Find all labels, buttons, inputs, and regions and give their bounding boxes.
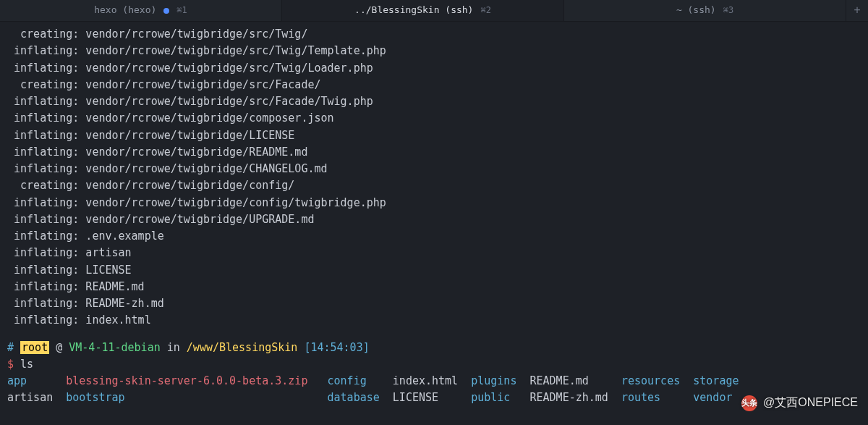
output-line: inflating: artisan: [7, 245, 861, 261]
output-line: creating: vendor/rcrowe/twigbridge/confi…: [7, 177, 861, 194]
ls-item: README.md: [529, 373, 621, 390]
output-line: inflating: .env.example: [7, 228, 861, 245]
tab-title: ../BlessingSkin (ssh): [354, 3, 473, 17]
tab-shortcut: ⌘3: [723, 4, 733, 17]
ls-item: public: [471, 390, 529, 406]
output-line: inflating: vendor/rcrowe/twigbridge/src/…: [7, 93, 861, 110]
ls-item: bootstrap: [66, 390, 327, 406]
ls-item: blessing-skin-server-6.0.0-beta.3.zip: [66, 373, 327, 390]
ls-output: app blessing-skin-server-6.0.0-beta.3.zi…: [7, 373, 861, 407]
ls-item: resources: [621, 373, 693, 390]
ls-item: storage: [693, 373, 745, 390]
prompt-host: VM-4-11-debian: [69, 341, 160, 354]
watermark-icon: 头条: [741, 395, 757, 411]
output-line: inflating: vendor/rcrowe/twigbridge/comp…: [7, 110, 861, 127]
ls-item: database: [328, 390, 393, 406]
output-line: creating: vendor/rcrowe/twigbridge/src/T…: [7, 26, 861, 43]
output-line: inflating: vendor/rcrowe/twigbridge/CHAN…: [7, 161, 861, 177]
tab-shortcut: ⌘1: [176, 4, 187, 17]
ls-item: routes: [621, 390, 693, 406]
ls-item: plugins: [471, 373, 529, 390]
output-line: inflating: vendor/rcrowe/twigbridge/src/…: [7, 60, 861, 77]
tab-2[interactable]: ../BlessingSkin (ssh) ⌘2: [282, 0, 564, 21]
plus-icon: +: [854, 2, 860, 19]
ls-item: README-zh.md: [529, 390, 621, 406]
output-line: inflating: README.md: [7, 279, 861, 295]
watermark-text: @艾西ONEPIECE: [763, 394, 858, 412]
output-line: inflating: README-zh.md: [7, 295, 861, 312]
tab-title: hexo (hexo): [94, 3, 156, 17]
output-line: inflating: index.html: [7, 312, 861, 329]
prompt-in: in: [167, 341, 180, 354]
output-line: inflating: LICENSE: [7, 262, 861, 279]
prompt-line: # root @ VM-4-11-debian in /www/Blessing…: [7, 340, 861, 356]
output-line: inflating: vendor/rcrowe/twigbridge/conf…: [7, 195, 861, 211]
command-line: $ ls: [7, 356, 861, 373]
terminal-viewport[interactable]: creating: vendor/rcrowe/twigbridge/src/T…: [0, 22, 868, 411]
tab-shortcut: ⌘2: [480, 4, 490, 17]
ls-item: index.html: [393, 373, 471, 390]
terminal-output: creating: vendor/rcrowe/twigbridge/src/T…: [7, 26, 861, 329]
ls-item: config: [328, 373, 393, 390]
prompt-path: /www/BlessingSkin: [187, 341, 298, 354]
output-line: creating: vendor/rcrowe/twigbridge/src/F…: [7, 77, 861, 93]
ls-item: app: [7, 373, 66, 390]
prompt-time: [14:54:03]: [304, 341, 369, 354]
tab-title: ~ (ssh): [676, 3, 716, 17]
ls-row: artisan bootstrap database LICENSE publi…: [7, 390, 861, 406]
prompt-hash: #: [7, 341, 14, 354]
tab-bar: hexo (hexo) ⌘1 ../BlessingSkin (ssh) ⌘2 …: [0, 0, 868, 22]
prompt-dollar: $: [7, 358, 14, 371]
command-text: ls: [20, 358, 33, 371]
prompt-at: @: [56, 341, 62, 354]
watermark: 头条 @艾西ONEPIECE: [741, 394, 858, 412]
output-line: inflating: vendor/rcrowe/twigbridge/READ…: [7, 144, 861, 161]
output-line: inflating: vendor/rcrowe/twigbridge/UPGR…: [7, 211, 861, 228]
ls-item: vendor: [693, 390, 745, 406]
ls-item: artisan: [7, 390, 66, 406]
new-tab-button[interactable]: +: [846, 0, 868, 21]
output-line: inflating: vendor/rcrowe/twigbridge/src/…: [7, 43, 861, 59]
tab-3[interactable]: ~ (ssh) ⌘3: [564, 0, 846, 21]
modified-dot-icon: [163, 8, 169, 14]
prompt-user: root: [20, 341, 49, 354]
tab-1[interactable]: hexo (hexo) ⌘1: [0, 0, 282, 21]
output-line: inflating: vendor/rcrowe/twigbridge/LICE…: [7, 127, 861, 144]
ls-row: app blessing-skin-server-6.0.0-beta.3.zi…: [7, 373, 861, 390]
ls-item: LICENSE: [393, 390, 471, 406]
